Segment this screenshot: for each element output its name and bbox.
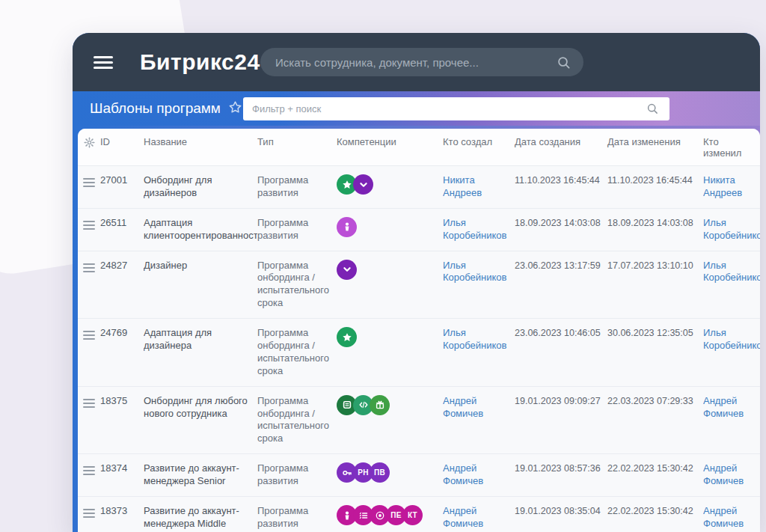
cell-creator-link[interactable]: Илья Коробейников bbox=[443, 327, 515, 352]
cell-creator-link[interactable]: Андрей Фомичев bbox=[443, 505, 515, 531]
cell-type: Программа развития bbox=[257, 174, 337, 200]
cell-competencies bbox=[337, 217, 443, 237]
table-row[interactable]: 26511Адаптация клиентоорентированностьПр… bbox=[78, 208, 760, 251]
column-header[interactable]: Название bbox=[144, 136, 257, 147]
cell-modified-date: 22.02.2023 15:30:42 bbox=[607, 505, 703, 517]
row-drag-handle-icon[interactable] bbox=[83, 397, 95, 410]
row-drag-handle-icon[interactable] bbox=[83, 261, 95, 275]
cell-modifier-link[interactable]: Андрей Фомичев bbox=[703, 462, 760, 488]
table-row[interactable]: 27001Онбординг для дизайнеровПрограмма р… bbox=[78, 165, 760, 208]
cell-modifier-link[interactable]: Никита Андреев bbox=[703, 174, 760, 200]
row-drag-handle-icon[interactable] bbox=[83, 176, 95, 189]
cell-competencies bbox=[337, 260, 443, 280]
cell-modifier-link[interactable]: Илья Коробейников bbox=[703, 217, 760, 242]
table-row[interactable]: 24827ДизайнерПрограмма онбординга / испы… bbox=[78, 251, 760, 319]
top-navigation-bar: Битрикс24 bbox=[73, 33, 760, 91]
cell-creator-link[interactable]: Андрей Фомичев bbox=[443, 462, 515, 488]
cell-type: Программа онбординга / испытательного ср… bbox=[257, 260, 337, 311]
cell-modified-date: 18.09.2023 14:03:08 bbox=[607, 217, 703, 229]
cell-competencies bbox=[337, 174, 443, 195]
menu-icon[interactable] bbox=[94, 53, 113, 72]
table-row[interactable]: 18373Развитие до аккаунт-менеджера Middl… bbox=[78, 496, 760, 532]
filter-search-icon[interactable] bbox=[647, 103, 658, 117]
page-toolbar: Шаблоны программ bbox=[73, 91, 760, 126]
cell-id: 27001 bbox=[100, 174, 144, 187]
column-header[interactable]: Тип bbox=[257, 136, 337, 147]
content-area: IDНазваниеТипКомпетенцииКто создалДата с… bbox=[73, 126, 760, 532]
cell-created-date: 19.01.2023 08:35:04 bbox=[515, 505, 607, 517]
cell-modified-date: 17.07.2023 13:10:10 bbox=[607, 260, 703, 272]
chevron-down-icon[interactable] bbox=[337, 260, 357, 280]
cell-modifier-link[interactable]: Андрей Фомичев bbox=[703, 395, 760, 421]
bitrix24-window: Битрикс24 Шаблоны программ IDНазваниеТип bbox=[73, 33, 760, 532]
column-header[interactable]: Кто создал bbox=[443, 136, 515, 147]
cell-name[interactable]: Адаптация для дизайнера bbox=[144, 327, 257, 352]
star-icon[interactable] bbox=[337, 327, 357, 347]
cell-creator-link[interactable]: Андрей Фомичев bbox=[443, 395, 515, 421]
cell-created-date: 19.01.2023 09:09:27 bbox=[515, 395, 607, 407]
cell-created-date: 11.10.2023 16:45:44 bbox=[515, 174, 607, 186]
cell-type: Программа онбординга / испытательного ср… bbox=[257, 327, 337, 378]
row-drag-handle-icon[interactable] bbox=[83, 328, 95, 342]
page-title: Шаблоны программ bbox=[90, 100, 221, 117]
cell-created-date: 18.09.2023 14:03:08 bbox=[515, 217, 607, 229]
chevron-down-icon[interactable] bbox=[353, 174, 373, 195]
cell-id: 24769 bbox=[100, 327, 144, 340]
cell-type: Программа развития bbox=[257, 462, 337, 488]
person-icon[interactable] bbox=[337, 217, 357, 237]
filter-search-input[interactable] bbox=[243, 97, 670, 120]
cell-modified-date: 30.06.2023 12:35:05 bbox=[607, 327, 703, 339]
templates-grid: IDНазваниеТипКомпетенцииКто создалДата с… bbox=[78, 129, 760, 532]
grid-settings-gear-icon[interactable] bbox=[78, 136, 100, 148]
favorite-star-icon[interactable] bbox=[228, 100, 242, 117]
cell-name[interactable]: Развитие до аккаунт-менеджера Middle bbox=[144, 505, 257, 531]
column-header[interactable]: Дата изменения bbox=[607, 136, 703, 147]
cell-creator-link[interactable]: Илья Коробейников bbox=[443, 260, 515, 285]
table-header-row: IDНазваниеТипКомпетенцииКто создалДата с… bbox=[78, 129, 760, 165]
cell-competencies: РНПВ bbox=[337, 462, 443, 483]
column-header[interactable]: Кто изменил bbox=[703, 136, 760, 159]
cell-created-date: 23.06.2023 13:17:59 bbox=[515, 260, 607, 272]
cell-modified-date: 11.10.2023 16:45:44 bbox=[607, 174, 703, 186]
cell-modified-date: 22.03.2023 07:29:33 bbox=[607, 395, 703, 407]
cell-name[interactable]: Дизайнер bbox=[144, 260, 257, 272]
cell-type: Программа онбординга / испытательного ср… bbox=[257, 395, 337, 446]
cell-modifier-link[interactable]: Илья Коробейников bbox=[703, 327, 760, 352]
cell-competencies bbox=[337, 395, 443, 415]
cell-creator-link[interactable]: Никита Андреев bbox=[443, 174, 515, 200]
cell-creator-link[interactable]: Илья Коробейников bbox=[443, 217, 515, 242]
cell-id: 18373 bbox=[100, 505, 144, 518]
cell-modifier-link[interactable]: Илья Коробейников bbox=[703, 260, 760, 285]
cell-modifier-link[interactable]: Андрей Фомичев bbox=[703, 505, 760, 531]
column-header[interactable]: Компетенции bbox=[337, 136, 443, 147]
cell-competencies bbox=[337, 327, 443, 347]
row-drag-handle-icon[interactable] bbox=[83, 218, 95, 232]
column-header[interactable]: Дата создания bbox=[515, 136, 607, 147]
table-row[interactable]: 18375Онбординг для любого нового сотрудн… bbox=[78, 386, 760, 454]
cell-name[interactable]: Онбординг для дизайнеров bbox=[144, 174, 257, 200]
global-search-input[interactable] bbox=[260, 48, 583, 76]
table-row[interactable]: 18374Развитие до аккаунт-менеджера Senio… bbox=[78, 453, 760, 496]
row-drag-handle-icon[interactable] bbox=[83, 507, 95, 520]
competency-text-badge[interactable]: ПВ bbox=[370, 462, 390, 483]
table-row[interactable]: 24769Адаптация для дизайнераПрограмма он… bbox=[78, 318, 760, 386]
cell-competencies: ПЕКТ bbox=[337, 505, 443, 525]
cell-created-date: 19.01.2023 08:57:36 bbox=[515, 462, 607, 474]
competency-text-badge[interactable]: КТ bbox=[402, 505, 423, 525]
cell-modified-date: 22.02.2023 15:30:42 bbox=[607, 462, 703, 474]
cell-created-date: 23.06.2023 10:46:05 bbox=[515, 327, 607, 339]
cell-id: 24827 bbox=[100, 260, 144, 272]
row-drag-handle-icon[interactable] bbox=[83, 464, 95, 477]
logo[interactable]: Битрикс24 bbox=[140, 49, 277, 75]
column-header[interactable]: ID bbox=[100, 136, 144, 147]
gift-icon[interactable] bbox=[370, 395, 390, 415]
cell-name[interactable]: Адаптация клиентоорентированность bbox=[144, 217, 257, 242]
cell-type: Программа развития bbox=[257, 217, 337, 242]
search-icon[interactable] bbox=[557, 56, 571, 73]
cell-id: 18375 bbox=[100, 395, 144, 408]
logo-text: Битрикс24 bbox=[140, 49, 260, 75]
cell-name[interactable]: Развитие до аккаунт-менеджера Senior bbox=[144, 462, 257, 488]
cell-name[interactable]: Онбординг для любого нового сотрудника bbox=[144, 395, 257, 421]
cell-type: Программа развития bbox=[257, 505, 337, 531]
cell-id: 26511 bbox=[100, 217, 144, 230]
